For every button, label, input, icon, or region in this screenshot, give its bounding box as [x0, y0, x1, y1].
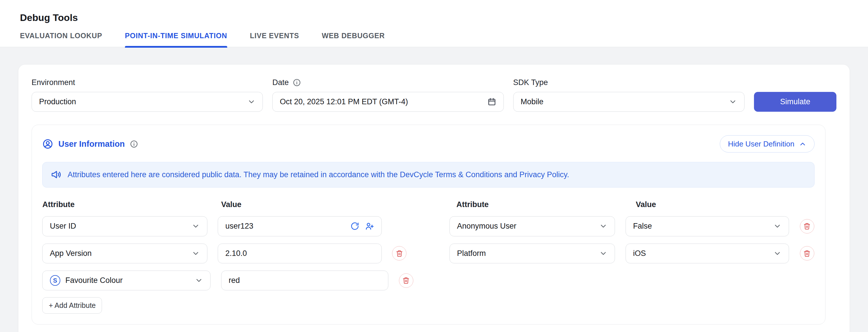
environment-label: Environment	[32, 78, 263, 87]
delete-attribute-button[interactable]	[399, 273, 413, 288]
sdk-type-value: Mobile	[521, 97, 544, 106]
attribute-row: App Version 2.10.0 Platform iOS	[42, 244, 814, 263]
platform-value-select[interactable]: iOS	[626, 244, 789, 263]
info-icon[interactable]	[293, 79, 301, 87]
tab-web-debugger[interactable]: WEB DEBUGGER	[322, 32, 384, 47]
chevron-down-icon	[195, 276, 203, 284]
user-circle-icon	[42, 139, 54, 150]
date-value: Oct 20, 2025 12:01 PM EDT (GMT-4)	[280, 97, 408, 106]
environment-select[interactable]: Production	[32, 92, 263, 112]
string-type-icon: S	[50, 275, 61, 286]
attribute-select-user-id[interactable]: User ID	[42, 216, 207, 236]
user-information-section: User Information Hide User Definition	[32, 125, 826, 325]
terms-and-conditions-link[interactable]: DevCycle Terms & Conditions	[400, 170, 502, 179]
value-header: Value	[636, 200, 802, 209]
attribute-header: Attribute	[42, 200, 211, 209]
user-information-title: User Information	[58, 139, 125, 149]
date-field: Date Oct 20, 2025 12:01 PM EDT (GMT-4)	[272, 78, 504, 112]
simulate-button[interactable]: Simulate	[754, 92, 836, 112]
date-input[interactable]: Oct 20, 2025 12:01 PM EDT (GMT-4)	[272, 92, 504, 112]
attribute-select-favourite-colour[interactable]: S Favourite Colour	[42, 271, 211, 290]
attribute-row: User ID user123 Anonymous User	[42, 216, 814, 236]
delete-attribute-button[interactable]	[800, 219, 814, 234]
simulation-card: Environment Production Date	[19, 65, 850, 332]
attribute-select-app-version[interactable]: App Version	[42, 244, 207, 263]
tab-bar: EVALUATION LOOKUP POINT-IN-TIME SIMULATI…	[20, 32, 848, 47]
banner-text: Attributes entered here are considered p…	[67, 170, 569, 179]
chevron-down-icon	[247, 98, 256, 106]
hide-user-definition-button[interactable]: Hide User Definition	[720, 135, 814, 152]
page-title: Debug Tools	[20, 12, 848, 23]
add-attribute-button[interactable]: + Add Attribute	[42, 297, 102, 314]
privacy-policy-link[interactable]: Privacy Policy	[519, 170, 567, 179]
page-content: Environment Production Date	[0, 47, 868, 332]
tab-evaluation-lookup[interactable]: EVALUATION LOOKUP	[20, 32, 102, 47]
simulation-controls-row: Environment Production Date	[32, 78, 836, 112]
attribute-select-platform[interactable]: Platform	[450, 244, 615, 263]
megaphone-icon	[51, 170, 61, 180]
chevron-down-icon	[729, 98, 737, 106]
public-data-banner: Attributes entered here are considered p…	[42, 162, 814, 187]
page-header: Debug Tools EVALUATION LOOKUP POINT-IN-T…	[0, 0, 868, 47]
environment-value: Production	[39, 97, 76, 106]
date-label: Date	[272, 78, 289, 87]
info-icon[interactable]	[130, 140, 138, 148]
chevron-down-icon	[773, 249, 781, 258]
environment-field: Environment Production	[32, 78, 263, 112]
user-information-header: User Information Hide User Definition	[42, 135, 814, 152]
sdk-type-select[interactable]: Mobile	[513, 92, 745, 112]
attribute-row: S Favourite Colour red	[42, 271, 814, 290]
app-version-value-input[interactable]: 2.10.0	[218, 244, 382, 263]
delete-attribute-button[interactable]	[392, 246, 406, 261]
sdk-type-label: SDK Type	[513, 78, 745, 87]
user-id-value-input[interactable]: user123	[218, 216, 382, 236]
chevron-up-icon	[799, 140, 807, 148]
chevron-down-icon	[599, 222, 608, 230]
refresh-user-id-icon[interactable]	[350, 222, 359, 231]
sdk-type-field: SDK Type Mobile	[513, 78, 745, 112]
attribute-select-anonymous-user[interactable]: Anonymous User	[450, 216, 615, 236]
debug-tools-page: Debug Tools EVALUATION LOOKUP POINT-IN-T…	[0, 0, 868, 332]
chevron-down-icon	[599, 249, 608, 258]
value-header: Value	[221, 200, 388, 209]
chevron-down-icon	[773, 222, 781, 230]
chevron-down-icon	[192, 222, 200, 230]
tab-live-events[interactable]: LIVE EVENTS	[250, 32, 299, 47]
anonymous-user-value-select[interactable]: False	[626, 216, 789, 236]
chevron-down-icon	[192, 249, 200, 258]
calendar-icon[interactable]	[488, 97, 496, 106]
attribute-column-headers: Attribute Value Attribute Value	[42, 200, 814, 209]
tab-point-in-time-simulation[interactable]: POINT-IN-TIME SIMULATION	[125, 32, 227, 47]
user-plus-icon[interactable]	[365, 221, 374, 231]
attribute-header: Attribute	[456, 200, 625, 209]
favourite-colour-value-input[interactable]: red	[221, 271, 388, 290]
delete-attribute-button[interactable]	[800, 246, 814, 261]
